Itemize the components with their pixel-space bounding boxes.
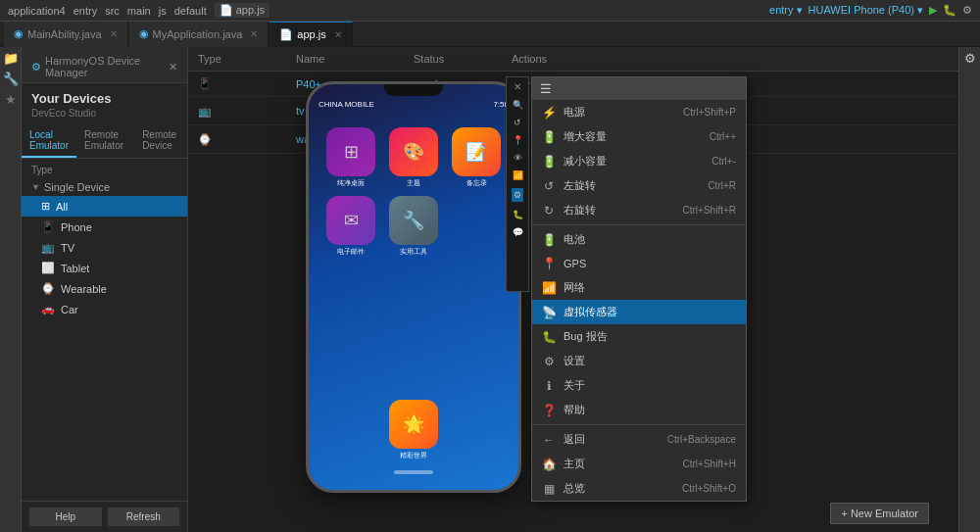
type-col-header: Type bbox=[198, 53, 296, 65]
topbar-left: application4 entry src main js default 📄… bbox=[8, 3, 270, 18]
app-icon-utils[interactable]: 🔧 实用工具 bbox=[386, 196, 441, 257]
right-settings-icon[interactable]: ⚙ bbox=[964, 51, 976, 66]
table-header: Type Name Status Actions bbox=[188, 47, 958, 72]
gps-icon: 📍 bbox=[542, 257, 556, 270]
menu-sidebar-icon7: 🐛 bbox=[513, 210, 523, 219]
debug-button[interactable]: 🐛 bbox=[943, 4, 956, 17]
virtual-sensor-icon: 📡 bbox=[542, 306, 556, 319]
power-icon: ⚡ bbox=[542, 106, 556, 120]
all-icon: ⊞ bbox=[41, 200, 50, 213]
tab-appjs[interactable]: 📄 app.js ✕ bbox=[270, 22, 352, 47]
utils-label: 实用工具 bbox=[400, 247, 427, 257]
device-type-car[interactable]: 🚗 Car bbox=[22, 299, 187, 319]
menu-item-settings[interactable]: ⚙ 设置 bbox=[532, 349, 746, 373]
refresh-button[interactable]: Refresh bbox=[108, 508, 180, 526]
device-manager-close[interactable]: ✕ bbox=[169, 61, 177, 73]
breadcrumb-js: js bbox=[159, 5, 167, 17]
increase-shortcut: Ctrl++ bbox=[710, 131, 736, 142]
right-panel-icons: ⚙ bbox=[958, 47, 980, 532]
virtual-sensor-label: 虚拟传感器 bbox=[564, 305, 617, 319]
device-config[interactable]: HUAWEI Phone (P40) ▾ bbox=[808, 4, 923, 17]
phone-icon: 📱 bbox=[41, 220, 55, 233]
menu-item-overview[interactable]: ▦ 总览 Ctrl+Shift+O bbox=[532, 476, 746, 501]
rotate-left-shortcut: Ctrl+R bbox=[708, 180, 736, 191]
menu-item-back[interactable]: ← 返回 Ctrl+Backspace bbox=[532, 427, 746, 452]
watch-type-icon: ⌚ bbox=[198, 133, 212, 146]
menu-item-decrease[interactable]: 🔋 减小容量 Ctrl+- bbox=[532, 149, 746, 173]
run-button[interactable]: ▶ bbox=[929, 4, 937, 17]
menu-item-rotate-right[interactable]: ↻ 右旋转 Ctrl+Shift+R bbox=[532, 198, 746, 222]
harmonyos-icon: ⚙ bbox=[31, 61, 41, 73]
phone-type-cell: 📱 bbox=[198, 77, 296, 90]
phone-preview: CHINA MOBILE 7:58 ⊞ 纯净桌面 🎨 主题 📝 备忘录 bbox=[306, 81, 521, 493]
device-manager-header: ⚙ HarmonyOS Device Manager ✕ bbox=[22, 47, 187, 83]
tab-mainability-close[interactable]: ✕ bbox=[110, 28, 118, 39]
type-col-header: Type bbox=[22, 159, 187, 178]
menu-item-battery[interactable]: 🔋 电池 bbox=[532, 227, 746, 252]
single-device-section[interactable]: ▼ Single Device bbox=[22, 178, 187, 196]
menu-item-home[interactable]: 🏠 主页 Ctrl+Shift+H bbox=[532, 452, 746, 476]
favorites-icon[interactable]: ★ bbox=[5, 92, 17, 107]
structure-icon[interactable]: 🔧 bbox=[3, 72, 19, 86]
device-manager-panel: ⚙ HarmonyOS Device Manager ✕ Your Device… bbox=[22, 47, 188, 532]
tab-appjs-close[interactable]: ✕ bbox=[334, 29, 342, 40]
overview-shortcut: Ctrl+Shift+O bbox=[682, 483, 736, 494]
car-label: Car bbox=[61, 304, 78, 315]
menu-item-rotate-left[interactable]: ↺ 左旋转 Ctrl+R bbox=[532, 173, 746, 198]
run-config[interactable]: entry ▾ bbox=[769, 4, 803, 17]
app-grid: ⊞ 纯净桌面 🎨 主题 📝 备忘录 ✉ 电子邮件 🔧 实用工具 bbox=[316, 112, 512, 272]
menu-item-power[interactable]: ⚡ 电源 Ctrl+Shift+P bbox=[532, 100, 746, 124]
tv-name-link[interactable]: tv bbox=[296, 105, 305, 117]
menu-close-icon[interactable]: ✕ bbox=[514, 81, 521, 92]
notes-label: 备忘录 bbox=[466, 178, 487, 188]
pureharmony-label: 纯净桌面 bbox=[337, 178, 365, 188]
project-icon[interactable]: 📁 bbox=[3, 51, 19, 66]
bottom-app[interactable]: 🌟 精彩世界 bbox=[389, 400, 438, 460]
home-label: 主页 bbox=[564, 457, 585, 471]
separator-2 bbox=[532, 424, 746, 425]
tab-myapplication-label: ◉ bbox=[139, 27, 149, 40]
help-button[interactable]: Help bbox=[29, 508, 102, 526]
device-type-tablet[interactable]: ⬜ Tablet bbox=[22, 258, 187, 278]
home-shortcut: Ctrl+Shift+H bbox=[683, 459, 736, 469]
back-label: 返回 bbox=[564, 432, 585, 447]
phone-type-icon: 📱 bbox=[198, 77, 212, 90]
wearable-icon: ⌚ bbox=[41, 282, 55, 295]
settings-icon[interactable]: ⚙ bbox=[962, 4, 972, 17]
theme-label: 主题 bbox=[407, 178, 420, 188]
context-menu-overlay: ✕ 🔍 ↺ 📍 👁 📶 ⚙ 🐛 💬 ☰ ⚡ 电源 Ctrl+Shift+P bbox=[531, 76, 747, 502]
phone-status-bar: CHINA MOBILE 7:58 bbox=[309, 96, 518, 112]
device-type-all[interactable]: ⊞ All bbox=[22, 196, 187, 217]
device-type-tv[interactable]: 📺 TV bbox=[22, 237, 187, 258]
increase-label: 增大容量 bbox=[564, 129, 607, 144]
tab-myapplication-close[interactable]: ✕ bbox=[250, 28, 258, 39]
breadcrumb-src: src bbox=[105, 5, 120, 17]
local-emulator-tab[interactable]: Local Emulator bbox=[22, 124, 76, 158]
app-icon-pureharmony[interactable]: ⊞ 纯净桌面 bbox=[323, 127, 378, 188]
menu-item-about[interactable]: ℹ 关于 bbox=[532, 373, 746, 398]
tab-myapplication[interactable]: ◉ MyApplication.java ✕ bbox=[129, 22, 270, 47]
menu-item-bug[interactable]: 🐛 Bug 报告 bbox=[532, 324, 746, 349]
menu-item-help[interactable]: ❓ 帮助 bbox=[532, 398, 746, 422]
app-icon-theme[interactable]: 🎨 主题 bbox=[386, 127, 441, 188]
menu-item-increase[interactable]: 🔋 增大容量 Ctrl++ bbox=[532, 124, 746, 149]
app-icon-notes[interactable]: 📝 备忘录 bbox=[449, 127, 504, 188]
phone-label: Phone bbox=[61, 221, 92, 233]
tab-mainability[interactable]: ◉ MainAbility.java ✕ bbox=[4, 22, 128, 47]
menu-sidebar-icon6: ⚙ bbox=[512, 188, 523, 202]
menu-item-gps[interactable]: 📍 GPS bbox=[532, 252, 746, 275]
device-type-phone[interactable]: 📱 Phone bbox=[22, 217, 187, 237]
email-label: 电子邮件 bbox=[337, 247, 365, 257]
new-emulator-button[interactable]: + New Emulator bbox=[830, 503, 929, 524]
ide-topbar: application4 entry src main js default 📄… bbox=[0, 0, 980, 22]
actions-col-header: Actions bbox=[512, 53, 949, 65]
app-icon-email[interactable]: ✉ 电子邮件 bbox=[323, 196, 378, 257]
decrease-label: 减小容量 bbox=[564, 154, 607, 169]
emulator-tab-bar: Local Emulator Remote Emulator Remote De… bbox=[22, 124, 187, 159]
menu-item-network[interactable]: 📶 网络 bbox=[532, 275, 746, 300]
remote-device-tab[interactable]: Remote Device bbox=[134, 124, 187, 158]
device-type-wearable[interactable]: ⌚ Wearable bbox=[22, 278, 187, 299]
remote-emulator-tab[interactable]: Remote Emulator bbox=[76, 124, 134, 158]
tab-mainability-label: ◉ bbox=[14, 27, 24, 40]
menu-item-virtual-sensor[interactable]: 📡 虚拟传感器 bbox=[532, 300, 746, 324]
